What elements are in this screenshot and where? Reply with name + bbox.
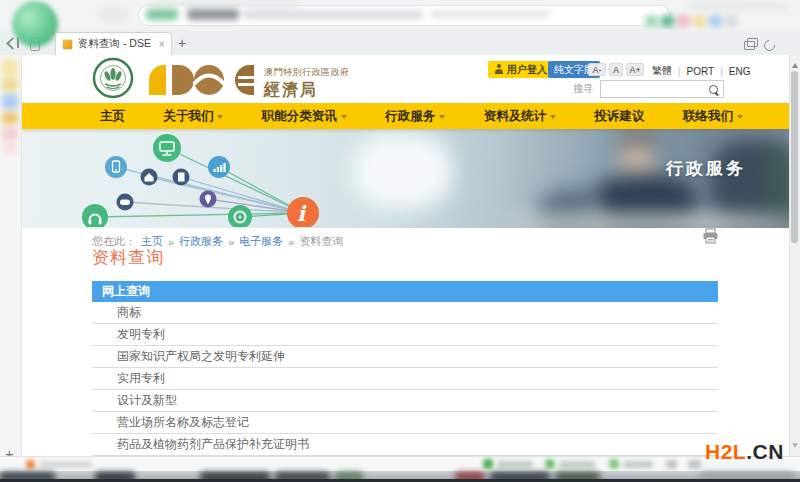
breadcrumb-link-e-services[interactable]: 电子服务 — [239, 234, 283, 249]
watermark-brand: H2L — [705, 440, 746, 463]
blurred-bookmark-icon — [2, 94, 18, 109]
browser-toolbar — [0, 0, 800, 30]
font-size-increase-button[interactable]: A+ — [626, 63, 644, 76]
nav-label: 职能分类资讯 — [262, 108, 337, 125]
blurred-title-text — [150, 0, 300, 6]
site-identity: 澳門特別行政區政府 經濟局 — [264, 66, 350, 101]
nav-item-home[interactable]: 主页 — [100, 108, 125, 125]
hub-node-document — [173, 169, 190, 186]
hub-center: i — [287, 197, 319, 227]
breadcrumb-separator: » — [168, 236, 174, 248]
separator: | — [720, 66, 723, 77]
table-row-patent-extension[interactable]: 国家知识产权局之发明专利延伸 — [92, 346, 718, 368]
search-input[interactable] — [601, 83, 709, 95]
blurred-extension-icon — [725, 15, 738, 27]
chevron-down-icon — [439, 115, 445, 122]
font-size-decrease-button[interactable]: A- — [588, 63, 606, 76]
blurred-bookmark-icon — [2, 79, 18, 91]
gov-title: 澳門特別行政區政府 — [264, 66, 350, 79]
breadcrumb-separator: » — [228, 236, 234, 248]
blurred-extension-icon — [693, 15, 706, 27]
macau-government-seal — [92, 57, 134, 99]
page-title: 资料查询 — [92, 246, 164, 269]
breadcrumb-current: 资料查询 — [299, 234, 343, 249]
nav-label: 投诉建议 — [595, 108, 645, 125]
blurred-status-text — [40, 461, 92, 468]
blurred-block — [100, 8, 128, 21]
blurred-extension-icon — [661, 15, 674, 27]
separator: | — [678, 66, 681, 77]
tab-close-icon[interactable]: × — [159, 38, 165, 50]
online-query-table: 网上查询 商标 发明专利 国家知识产权局之发明专利延伸 实用专利 设计及新型 营… — [92, 281, 718, 456]
breadcrumb-link-admin-services[interactable]: 行政服务 — [179, 234, 223, 249]
hub-node-mobile — [105, 156, 127, 178]
blurred-status-icon — [545, 459, 555, 469]
browser-logo-icon[interactable] — [12, 1, 58, 47]
banner-caption: 行政服务 — [666, 157, 746, 180]
tab-query[interactable]: 资料查询 - DSE × — [55, 32, 172, 55]
blurred-url-path — [430, 10, 550, 18]
user-icon — [495, 64, 503, 75]
table-row-utility-patent[interactable]: 实用专利 — [92, 368, 718, 390]
nav-item-about[interactable]: 关于我们 — [163, 108, 223, 125]
nav-label: 联络我们 — [683, 108, 733, 125]
table-row-trademark[interactable]: 商标 — [92, 302, 718, 324]
blurred-bookmark-icon — [2, 59, 18, 77]
chevron-down-icon — [217, 115, 223, 122]
banner-photo-blur — [502, 215, 789, 228]
row-label: 国家知识产权局之发明专利延伸 — [117, 349, 285, 363]
tab-favicon-icon — [62, 39, 73, 50]
table-row-business-name[interactable]: 营业场所名称及标志登记 — [92, 412, 718, 434]
table-row-pharma-certificate[interactable]: 药品及植物药剂产品保护补充证明书 — [92, 434, 718, 456]
hub-node-signal — [208, 156, 230, 178]
blurred-https-text — [146, 9, 178, 20]
blurred-domain-text — [187, 9, 239, 20]
table-header: 网上查询 — [92, 281, 718, 302]
table-row-design-model[interactable]: 设计及新型 — [92, 390, 718, 412]
user-login-button[interactable]: 用户登入 — [488, 61, 554, 78]
nav-item-data-statistics[interactable]: 资料及统计 — [484, 108, 557, 125]
blurred-status-icon — [666, 460, 677, 469]
blurred-extension-icon — [645, 15, 658, 27]
chevron-down-icon — [737, 115, 743, 122]
lang-link-english[interactable]: ENG — [729, 66, 751, 77]
table-row-invention-patent[interactable]: 发明专利 — [92, 324, 718, 346]
nav-item-complaints[interactable]: 投诉建议 — [595, 108, 645, 125]
blurred-bookmark-icon — [2, 112, 18, 124]
row-label: 发明专利 — [117, 327, 165, 341]
dse-logo — [146, 61, 258, 97]
bureau-name: 經濟局 — [264, 80, 350, 101]
language-switcher: 繁體 | PORT | ENG — [652, 64, 751, 78]
scrollbar-thumb[interactable] — [791, 71, 798, 243]
scroll-down-icon[interactable] — [792, 443, 798, 451]
hub-node-headphones — [82, 204, 108, 227]
lang-link-portuguese[interactable]: PORT — [687, 66, 715, 77]
search-box — [600, 80, 724, 98]
page-scrollbar[interactable] — [789, 55, 800, 456]
banner-photo-blur — [766, 141, 789, 227]
login-label: 用户登入 — [507, 63, 547, 77]
font-size-normal-button[interactable]: A — [609, 63, 623, 76]
blurred-extension-icon — [709, 15, 722, 27]
blurred-status-text — [497, 461, 533, 468]
bookmarks-sidebar: + — [0, 55, 22, 456]
browser-window: 资料查询 - DSE × + + — [0, 0, 800, 482]
restore-tabs-icon[interactable] — [744, 41, 755, 50]
hub-node-monitor — [153, 134, 181, 162]
hub-node-gamepad — [117, 194, 134, 211]
row-label: 实用专利 — [117, 371, 165, 385]
row-label: 商标 — [117, 305, 141, 319]
row-label: 营业场所名称及标志登记 — [117, 415, 249, 429]
blurred-bookmark-icon — [2, 127, 18, 140]
hub-node-location — [200, 191, 217, 208]
new-tab-button[interactable]: + — [178, 36, 186, 50]
row-label: 设计及新型 — [117, 393, 177, 407]
hub-node-home — [141, 169, 158, 186]
scroll-up-icon[interactable] — [792, 60, 798, 68]
nav-item-info-by-function[interactable]: 职能分类资讯 — [262, 108, 347, 125]
nav-item-contact[interactable]: 联络我们 — [683, 108, 743, 125]
search-icon[interactable] — [709, 85, 718, 94]
nav-item-admin-services[interactable]: 行政服务 — [385, 108, 445, 125]
print-button[interactable] — [702, 228, 719, 244]
lang-link-traditional[interactable]: 繁體 — [652, 64, 672, 78]
